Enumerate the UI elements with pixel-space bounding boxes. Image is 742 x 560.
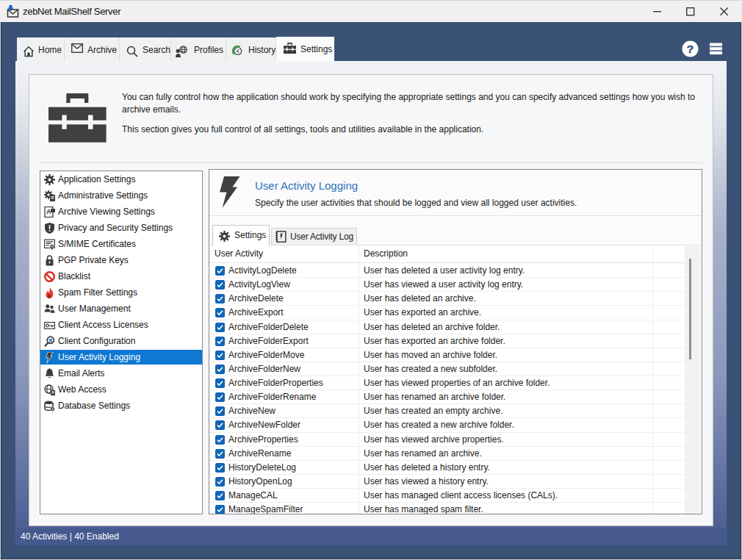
svg-text:?: ?: [687, 43, 694, 55]
svg-text:A: A: [46, 208, 51, 215]
